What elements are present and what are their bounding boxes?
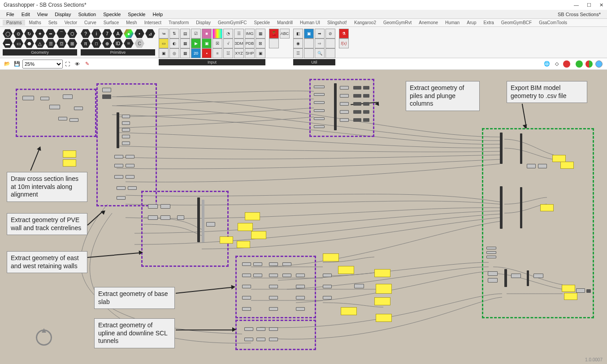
component-node[interactable] xyxy=(269,327,278,331)
component-node[interactable] xyxy=(148,204,158,209)
param-icon[interactable]: ⬣ xyxy=(24,39,34,48)
tab-speckle[interactable]: Speckle xyxy=(250,20,273,26)
merge-node[interactable] xyxy=(334,83,337,130)
zoom-extents-button[interactable]: ⛶ xyxy=(63,60,72,69)
param-icon[interactable]: π xyxy=(81,39,91,48)
panel-node[interactable] xyxy=(376,314,392,322)
param-icon[interactable]: ⊿ xyxy=(145,29,155,39)
flask-icon[interactable]: ⚗ xyxy=(339,29,349,39)
input-icon[interactable]: ☰ xyxy=(234,29,244,39)
component-node[interactable] xyxy=(49,105,60,109)
component-node[interactable] xyxy=(314,109,325,112)
util-icon[interactable]: ◧ xyxy=(293,29,303,39)
param-icon[interactable]: ✦ xyxy=(35,29,45,39)
menu-solution[interactable]: Solution xyxy=(74,11,100,18)
param-icon[interactable]: C xyxy=(134,39,144,48)
component-node[interactable] xyxy=(40,97,49,100)
merge-node[interactable] xyxy=(500,186,503,229)
component-node[interactable] xyxy=(296,296,305,300)
tab-geomgymbcf[interactable]: GeomGymBCF xyxy=(498,20,535,26)
input-icon[interactable]: ▦ xyxy=(256,29,265,39)
mixed-preview-button[interactable] xyxy=(585,60,594,69)
input-icon[interactable]: SHP xyxy=(245,48,255,58)
component-node[interactable] xyxy=(314,117,325,120)
panel-node[interactable] xyxy=(220,236,233,244)
component-node[interactable] xyxy=(363,94,369,98)
component-node[interactable] xyxy=(122,135,130,138)
component-node[interactable] xyxy=(244,338,253,341)
param-icon[interactable]: 7 xyxy=(102,29,112,39)
tab-gsacomtools[interactable]: GsaComTools xyxy=(535,20,571,26)
param-icon[interactable]: ⬡ xyxy=(67,29,77,39)
component-node[interactable] xyxy=(58,117,67,120)
component-node[interactable] xyxy=(269,307,278,311)
util-icon[interactable]: ◉ xyxy=(293,39,303,48)
panel-node[interactable] xyxy=(63,150,76,158)
input-icon[interactable]: ▶ xyxy=(191,39,201,48)
component-node[interactable] xyxy=(102,94,111,99)
panel-node[interactable] xyxy=(238,223,253,231)
preview-button[interactable]: 👁 xyxy=(73,60,82,69)
component-node[interactable] xyxy=(353,102,361,106)
input-icon[interactable]: √ xyxy=(223,39,233,48)
component-node[interactable] xyxy=(340,86,349,90)
component-node[interactable] xyxy=(323,296,332,300)
merge-node[interactable] xyxy=(117,112,119,148)
panel-node[interactable] xyxy=(374,269,390,277)
tab-slingshot[interactable]: Slingshot! xyxy=(324,20,351,26)
component-node[interactable] xyxy=(117,186,126,190)
input-icon[interactable]: ◎ xyxy=(169,48,179,58)
input-icon[interactable]: PDB xyxy=(245,39,255,48)
panel-node[interactable] xyxy=(251,231,266,239)
merge-node[interactable] xyxy=(527,270,529,286)
merge-node[interactable] xyxy=(520,133,522,164)
component-node[interactable] xyxy=(363,118,369,122)
shade-button[interactable]: 🌐 xyxy=(542,60,551,69)
component-node[interactable] xyxy=(69,118,78,122)
param-icon[interactable]: □ xyxy=(91,39,101,48)
input-icon[interactable]: ▭ xyxy=(159,39,169,48)
component-node[interactable] xyxy=(242,285,251,288)
component-node[interactable] xyxy=(314,125,325,128)
param-icon[interactable]: ━ xyxy=(46,29,56,39)
component-node[interactable] xyxy=(177,215,184,220)
param-icon[interactable]: ⊕ xyxy=(102,39,112,48)
component-node[interactable] xyxy=(353,94,361,98)
component-node[interactable] xyxy=(538,164,547,168)
merge-node[interactable] xyxy=(197,197,200,242)
component-node[interactable] xyxy=(586,289,591,293)
panel-node[interactable] xyxy=(552,155,566,162)
input-icon[interactable]: ☱ xyxy=(223,48,233,58)
param-icon[interactable]: ID xyxy=(113,39,123,48)
menu-file[interactable]: File xyxy=(3,11,18,18)
tab-mandrill[interactable]: Mandrill xyxy=(273,20,296,26)
param-icon[interactable]: ▭ xyxy=(13,39,23,48)
input-icon[interactable]: IMG xyxy=(245,29,255,39)
input-icon[interactable]: ▦ xyxy=(180,39,190,48)
param-icon[interactable]: ▬ xyxy=(3,39,13,48)
component-node[interactable] xyxy=(160,215,170,220)
green-preview-button[interactable] xyxy=(575,60,584,69)
util-icon[interactable]: ⇨ xyxy=(315,39,325,48)
component-node[interactable] xyxy=(114,164,123,167)
component-node[interactable] xyxy=(340,110,349,114)
param-icon[interactable]: ◯ xyxy=(3,29,13,39)
menu-display[interactable]: Display xyxy=(51,11,74,18)
param-icon[interactable]: A xyxy=(113,29,123,39)
input-icon[interactable] xyxy=(212,29,222,39)
tab-sets[interactable]: Sets xyxy=(45,20,61,26)
component-node[interactable] xyxy=(527,164,536,168)
panel-node[interactable] xyxy=(376,284,392,294)
input-icon[interactable]: ▣ xyxy=(256,48,265,58)
util-icon[interactable] xyxy=(325,48,335,58)
menu-help[interactable]: Help xyxy=(149,11,166,18)
param-icon[interactable]: ☰ xyxy=(46,39,56,48)
sketch-button[interactable]: ✎ xyxy=(82,60,91,69)
component-node[interactable] xyxy=(363,102,369,106)
component-node[interactable] xyxy=(340,102,349,106)
input-icon[interactable]: ▤ xyxy=(180,29,190,39)
component-node[interactable] xyxy=(148,215,158,220)
component-node[interactable] xyxy=(126,175,134,179)
component-node[interactable] xyxy=(126,155,134,158)
abc-icon[interactable]: ABC xyxy=(280,29,290,39)
